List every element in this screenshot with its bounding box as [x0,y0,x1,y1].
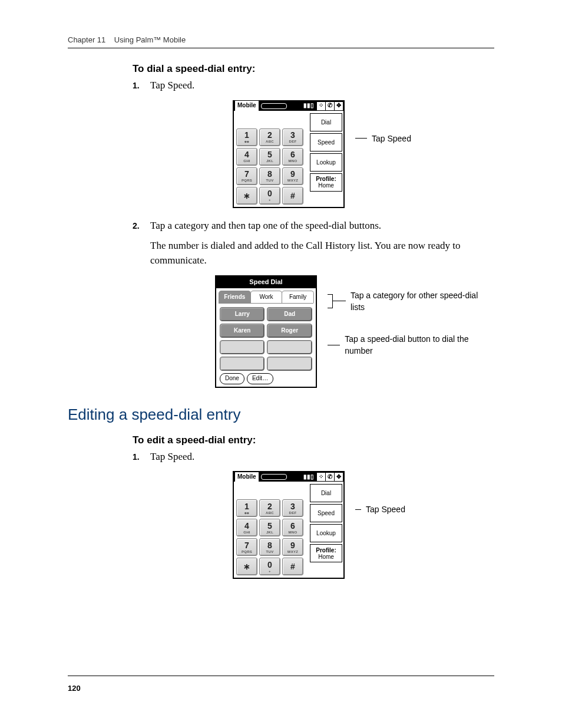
speed-dial-entry-roger[interactable]: Roger [267,324,312,338]
section-heading-editing: Editing a speed-dial entry [68,406,494,424]
page-number: 120 [68,684,81,693]
key-7[interactable]: 7PQRS [236,167,257,185]
phone-icon[interactable]: ✆ [325,473,334,481]
palm-device: Mobile ▮▮▯ ⁘ ✆ ✥ 1ꙩꙩ [233,100,345,208]
speed-dial-device: Speed Dial Friends Work Family Larry Dad… [215,275,317,388]
speed-dial-entry-karen[interactable]: Karen [220,324,265,338]
speed-dial-entry-empty[interactable] [267,340,312,354]
battery-icon [261,103,287,109]
category-tabs: Friends Work Family [219,291,313,304]
step-number: 1. [133,80,140,91]
key-6[interactable]: 6MNO [282,148,303,166]
callout-tap-speed: Tap Speed [355,503,405,515]
device-titlebar: Mobile ▮▮▯ ⁘ ✆ ✥ [234,101,343,111]
figure-mobile-dialer-2: Mobile ▮▮▯ ⁘ ✆ ✥ 1ꙩꙩ [233,471,494,579]
key-5[interactable]: 5JKL [259,148,280,166]
key-3[interactable]: 3DEF [282,129,303,146]
step-2-note: The number is dialed and added to the Ca… [150,239,494,268]
key-hash[interactable]: # [282,558,303,575]
running-header: Chapter 11 Using Palm™ Mobile [35,35,527,48]
keypad-icon[interactable]: ⁘ [316,473,325,481]
phone-icon[interactable]: ✆ [325,102,334,110]
number-display [235,483,309,497]
tab-work[interactable]: Work [250,291,283,304]
key-9[interactable]: 9WXYZ [282,167,303,185]
key-hash[interactable]: # [282,187,303,205]
tab-family[interactable]: Family [282,291,314,304]
footer-rule [68,676,494,676]
keypad: 1ꙩꙩ 2ABC 3DEF 4GHI 5JKL 6MNO 7PQRS 8TUV … [235,127,309,206]
lookup-button[interactable]: Lookup [310,153,342,172]
dial-button[interactable]: Dial [310,113,342,131]
speed-dial-entry-empty[interactable] [220,340,265,354]
figure-speed-dial: Speed Dial Friends Work Family Larry Dad… [215,275,494,388]
speed-dial-entry-empty[interactable] [267,357,312,371]
callout-tap-speed: Tap Speed [355,133,411,144]
speed-dial-entry-larry[interactable]: Larry [220,307,265,321]
signal-icon: ▮▮▯ [303,473,314,482]
key-4[interactable]: 4GHI [236,148,257,166]
step-number: 1. [133,451,140,463]
edit-step-1: 1. Tap Speed. Mobile ▮▮▯ ⁘ ✆ ✥ [133,450,494,579]
key-8[interactable]: 8TUV [259,538,280,556]
speed-dial-entry-empty[interactable] [220,357,265,371]
key-5[interactable]: 5JKL [259,519,280,536]
key-star[interactable]: ∗ [236,558,257,575]
key-4[interactable]: 4GHI [236,519,257,536]
header-rule [68,48,494,48]
done-button[interactable]: Done [220,373,244,384]
key-1[interactable]: 1ꙩꙩ [236,499,257,517]
key-8[interactable]: 8TUV [259,167,280,185]
keypad-icon[interactable]: ⁘ [316,102,325,110]
app-name: Mobile [235,472,259,482]
key-star[interactable]: ∗ [236,187,257,205]
callout-tap-category: Tap a category for other speed-dial list… [328,289,494,314]
profile-button[interactable]: Profile: Home [310,544,342,562]
app-name: Mobile [235,101,259,111]
speed-dial-entry-dad[interactable]: Dad [267,307,312,321]
step-1-text: Tap Speed. [150,80,194,91]
key-0[interactable]: 0+ [259,558,280,575]
key-3[interactable]: 3DEF [282,499,303,517]
procedure-heading-edit: To edit a speed-dial entry: [133,434,494,446]
step-number: 2. [133,220,140,232]
edit-button[interactable]: Edit… [247,373,273,384]
profile-button[interactable]: Profile: Home [310,173,342,192]
key-6[interactable]: 6MNO [282,519,303,536]
speed-button[interactable]: Speed [310,504,342,522]
chapter-label: Chapter 11 [68,35,105,44]
number-display [235,112,309,126]
step-2-text: Tap a category and then tap one of the s… [150,220,381,231]
key-1[interactable]: 1ꙩꙩ [236,129,257,146]
step-1: 1. Tap Speed. Mobile ▮▮▯ ⁘ ✆ ✥ [133,78,494,208]
tab-friends[interactable]: Friends [219,291,251,304]
key-7[interactable]: 7PQRS [236,538,257,556]
titlebar-icons: ⁘ ✆ ✥ [316,102,343,110]
procedure-heading-dial: To dial a speed-dial entry: [133,63,494,75]
palm-device: Mobile ▮▮▯ ⁘ ✆ ✥ 1ꙩꙩ [233,471,345,579]
battery-icon [261,474,287,480]
signal-icon: ▮▮▯ [303,101,314,110]
settings-icon[interactable]: ✥ [334,473,343,481]
key-9[interactable]: 9WXYZ [282,538,303,556]
device-titlebar: Mobile ▮▮▯ ⁘ ✆ ✥ [234,472,343,482]
step-2: 2. Tap a category and then tap one of th… [133,219,494,388]
speed-button[interactable]: Speed [310,133,342,151]
lookup-button[interactable]: Lookup [310,524,342,542]
chapter-title: Using Palm™ Mobile [114,35,186,44]
key-0[interactable]: 0+ [259,187,280,205]
dial-button[interactable]: Dial [310,484,342,502]
settings-icon[interactable]: ✥ [334,102,343,110]
key-2[interactable]: 2ABC [259,499,280,517]
speed-dial-title: Speed Dial [216,276,316,288]
keypad: 1ꙩꙩ 2ABC 3DEF 4GHI 5JKL 6MNO 7PQRS 8TUV … [235,498,309,577]
figure-mobile-dialer-1: Mobile ▮▮▯ ⁘ ✆ ✥ 1ꙩꙩ [233,100,494,208]
edit-step-1-text: Tap Speed. [150,451,194,462]
titlebar-icons: ⁘ ✆ ✥ [316,473,343,481]
key-2[interactable]: 2ABC [259,129,280,146]
callout-tap-button: Tap a speed-dial button to dial the numb… [328,333,494,357]
